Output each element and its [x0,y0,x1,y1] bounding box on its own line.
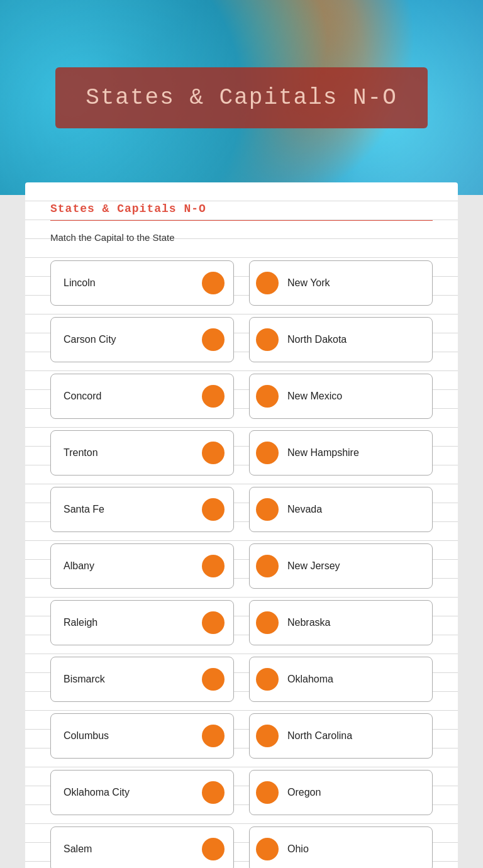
state-item[interactable]: New Jersey [249,543,433,589]
connector-dot-left[interactable] [202,328,225,351]
section-divider [50,220,433,221]
hero-title-box: States & Capitals N-O [55,67,428,128]
capital-label: Raleigh [64,617,97,628]
hero-title: States & Capitals N-O [86,85,397,111]
connector-dot-left[interactable] [202,611,225,634]
capital-label: Albany [64,560,94,572]
state-label: Oklahoma [287,674,333,685]
connector-dot-left[interactable] [202,272,225,294]
capital-label: Carson City [64,334,116,345]
content-card: States & Capitals N-O Match the Capital … [25,182,458,868]
capital-item[interactable]: Lincoln [50,260,234,306]
state-label: New Jersey [287,560,340,572]
capital-item[interactable]: Carson City [50,317,234,362]
connector-dot-right[interactable] [256,272,279,294]
connector-dot-left[interactable] [202,781,225,804]
capital-item[interactable]: Columbus [50,713,234,759]
connector-dot-right[interactable] [256,385,279,408]
state-label: Nevada [287,504,322,515]
capital-item[interactable]: Salem [50,826,234,868]
state-label: North Carolina [287,730,352,742]
state-item[interactable]: Oregon [249,770,433,815]
connector-dot-left[interactable] [202,442,225,464]
capital-item[interactable]: Albany [50,543,234,589]
state-label: Nebraska [287,617,330,628]
capital-label: Oklahoma City [64,787,130,798]
capital-item[interactable]: Santa Fe [50,487,234,532]
state-item[interactable]: Oklahoma [249,657,433,702]
state-label: New Mexico [287,391,342,402]
state-item[interactable]: New Mexico [249,374,433,419]
capital-item[interactable]: Concord [50,374,234,419]
capital-item[interactable]: Oklahoma City [50,770,234,815]
section-title: States & Capitals N-O [50,203,433,215]
state-item[interactable]: Nebraska [249,600,433,645]
state-item[interactable]: New York [249,260,433,306]
connector-dot-left[interactable] [202,838,225,860]
state-label: New York [287,277,330,289]
capital-item[interactable]: Bismarck [50,657,234,702]
state-label: Ohio [287,843,309,855]
instruction-text: Match the Capital to the State [50,232,433,243]
hero-banner: States & Capitals N-O [0,0,483,195]
capital-label: Santa Fe [64,504,104,515]
pairs-grid: LincolnNew YorkCarson CityNorth DakotaCo… [50,260,433,868]
connector-dot-left[interactable] [202,498,225,521]
capital-label: Bismarck [64,674,105,685]
capital-label: Concord [64,391,101,402]
connector-dot-left[interactable] [202,555,225,577]
connector-dot-right[interactable] [256,725,279,747]
state-label: North Dakota [287,334,347,345]
connector-dot-left[interactable] [202,725,225,747]
connector-dot-right[interactable] [256,498,279,521]
connector-dot-left[interactable] [202,385,225,408]
capital-item[interactable]: Raleigh [50,600,234,645]
capital-label: Salem [64,843,92,855]
connector-dot-right[interactable] [256,442,279,464]
capital-label: Trenton [64,447,98,459]
state-item[interactable]: Nevada [249,487,433,532]
connector-dot-right[interactable] [256,838,279,860]
capital-item[interactable]: Trenton [50,430,234,476]
capital-label: Columbus [64,730,109,742]
state-item[interactable]: North Carolina [249,713,433,759]
state-item[interactable]: New Hampshire [249,430,433,476]
capital-label: Lincoln [64,277,96,289]
state-label: New Hampshire [287,447,359,459]
connector-dot-right[interactable] [256,555,279,577]
connector-dot-right[interactable] [256,611,279,634]
connector-dot-right[interactable] [256,781,279,804]
connector-dot-right[interactable] [256,668,279,691]
state-item[interactable]: North Dakota [249,317,433,362]
connector-dot-right[interactable] [256,328,279,351]
state-label: Oregon [287,787,321,798]
state-item[interactable]: Ohio [249,826,433,868]
connector-dot-left[interactable] [202,668,225,691]
